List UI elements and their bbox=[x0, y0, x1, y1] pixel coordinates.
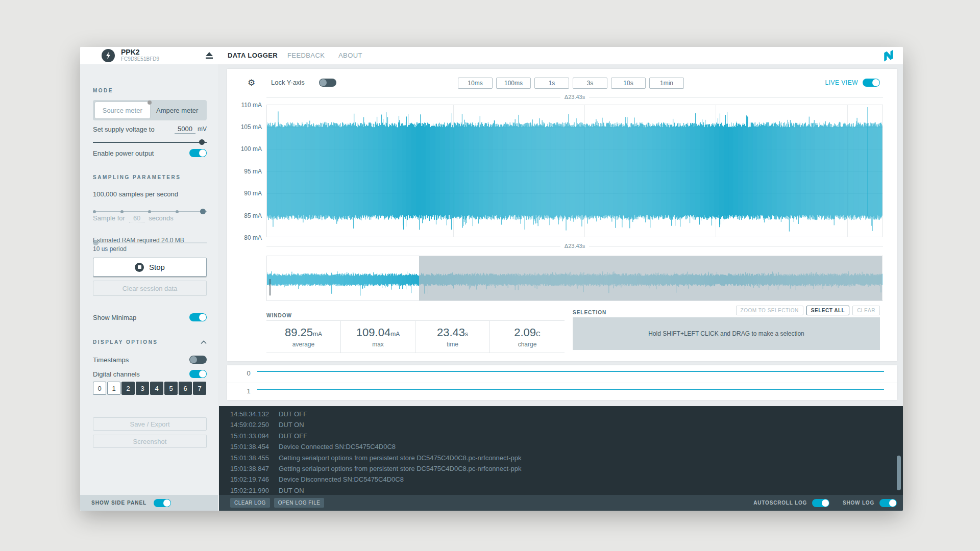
stat-value: 109.04 bbox=[356, 326, 390, 339]
show-log-label: SHOW LOG bbox=[843, 500, 874, 506]
autoscroll-log-toggle[interactable] bbox=[812, 499, 829, 507]
header: PPK2 FC9D3E51BFD9 DATA LOGGER FEEDBACK A… bbox=[80, 47, 903, 64]
eject-device-icon[interactable] bbox=[204, 51, 214, 61]
stat-label: time bbox=[447, 341, 458, 348]
clear-session-button[interactable]: Clear session data bbox=[93, 281, 207, 296]
zoom-to-selection-button[interactable]: ZOOM TO SELECTION bbox=[736, 306, 803, 315]
chevron-up-icon[interactable] bbox=[201, 340, 207, 344]
ram-estimate-label: Estimated RAM required 24.0 MB bbox=[93, 237, 207, 244]
toggle-knob bbox=[199, 314, 206, 321]
supply-voltage-slider[interactable] bbox=[93, 139, 207, 146]
time-window-buttons: 10ms 100ms 1s 3s 10s 1min bbox=[458, 78, 684, 89]
supply-voltage-input[interactable]: 5000 bbox=[175, 125, 195, 134]
toggle-knob bbox=[822, 499, 829, 507]
power-output-toggle[interactable] bbox=[189, 149, 207, 157]
y-tick: 80 mA bbox=[227, 234, 262, 241]
tab-feedback[interactable]: FEEDBACK bbox=[287, 47, 325, 64]
toggle-knob bbox=[889, 499, 896, 507]
log-message: Device Connected SN:DC5475C4D0C8 bbox=[279, 441, 396, 452]
digital-channels-label: Digital channels bbox=[93, 370, 140, 378]
live-view-label: LIVE VIEW bbox=[825, 79, 858, 86]
channel-chip-4[interactable]: 4 bbox=[150, 382, 163, 395]
window-10ms-button[interactable]: 10ms bbox=[458, 78, 493, 89]
clear-log-button[interactable]: CLEAR LOG bbox=[230, 498, 270, 508]
clear-selection-button[interactable]: CLEAR bbox=[852, 306, 880, 315]
screenshot-label: Screenshot bbox=[133, 438, 167, 445]
stop-icon bbox=[135, 263, 144, 272]
channel-chip-6[interactable]: 6 bbox=[179, 382, 192, 395]
toggle-knob bbox=[199, 149, 206, 157]
clear-session-label: Clear session data bbox=[122, 285, 178, 292]
stat-value: 2.09 bbox=[514, 326, 536, 339]
log-row: 15:01:38.847Getting serialport options f… bbox=[230, 463, 903, 474]
chart-settings-gear-icon[interactable]: ⚙ bbox=[248, 77, 255, 88]
screenshot-button[interactable]: Screenshot bbox=[93, 435, 207, 448]
channel-chip-0[interactable]: 0 bbox=[93, 382, 106, 395]
minimap-viewport-overlay[interactable] bbox=[419, 256, 882, 300]
log-time: 15:01:38.455 bbox=[230, 453, 279, 463]
mode-ampere-meter[interactable]: Ampere meter bbox=[150, 102, 205, 118]
lock-y-axis-toggle[interactable] bbox=[319, 79, 336, 87]
mode-segmented-control: Source meter Ampere meter bbox=[93, 100, 207, 120]
current-chart-plot[interactable] bbox=[266, 105, 883, 237]
log-time: 15:01:38.847 bbox=[230, 463, 279, 474]
channel-chip-3[interactable]: 3 bbox=[136, 382, 149, 395]
power-output-label: Enable power output bbox=[93, 149, 154, 157]
timestamps-toggle[interactable] bbox=[189, 356, 207, 364]
show-side-panel-bar: SHOW SIDE PANEL bbox=[80, 495, 218, 511]
stat-charge: 2.09C charge bbox=[490, 321, 565, 353]
log-scrollbar[interactable] bbox=[897, 456, 901, 490]
digital-channels-row: Digital channels bbox=[93, 370, 207, 378]
show-minimap-toggle[interactable] bbox=[189, 313, 207, 321]
digital-channels-toggle[interactable] bbox=[189, 370, 207, 378]
channel-chip-2[interactable]: 2 bbox=[121, 382, 135, 395]
supply-voltage-label: Set supply voltage to bbox=[93, 126, 155, 133]
log-panel: 14:58:34.132DUT OFF 14:59:02.250DUT ON 1… bbox=[219, 406, 903, 511]
digital-channel-number: 1 bbox=[242, 383, 255, 399]
tab-data-logger[interactable]: DATA LOGGER bbox=[228, 47, 278, 64]
log-time: 15:02:21.990 bbox=[230, 485, 279, 495]
sample-rate-label: 100,000 samples per second bbox=[93, 190, 207, 198]
log-row: 14:58:34.132DUT OFF bbox=[230, 409, 903, 419]
log-time: 15:01:33.094 bbox=[230, 431, 279, 441]
window-3s-button[interactable]: 3s bbox=[573, 78, 607, 89]
log-time: 14:58:34.132 bbox=[230, 409, 279, 419]
log-entries: 14:58:34.132DUT OFF 14:59:02.250DUT ON 1… bbox=[219, 406, 903, 495]
display-options-row[interactable]: DISPLAY OPTIONS bbox=[93, 339, 207, 345]
autoscroll-log-label: AUTOSCROLL LOG bbox=[753, 500, 807, 506]
device-bolt-icon bbox=[102, 49, 115, 62]
slider-handle[interactable] bbox=[199, 139, 205, 145]
toggle-knob bbox=[872, 79, 879, 86]
mode-source-meter[interactable]: Source meter bbox=[95, 102, 150, 118]
show-minimap-label: Show Minimap bbox=[93, 314, 136, 321]
window-stats-cells: 89.25mA average 109.04mA max 23.43s time… bbox=[266, 320, 565, 353]
y-tick: 100 mA bbox=[227, 145, 262, 153]
sample-for-input[interactable]: 60 bbox=[129, 214, 144, 222]
display-options-heading: DISPLAY OPTIONS bbox=[93, 339, 158, 345]
channel-chip-5[interactable]: 5 bbox=[164, 382, 178, 395]
toggle-knob bbox=[320, 79, 327, 86]
stop-button[interactable]: Stop bbox=[93, 258, 207, 277]
channel-chip-7[interactable]: 7 bbox=[193, 382, 206, 395]
slider-handle[interactable] bbox=[200, 209, 206, 214]
log-message: DUT OFF bbox=[279, 409, 307, 419]
current-waveform bbox=[267, 105, 883, 237]
tab-about[interactable]: ABOUT bbox=[338, 47, 362, 64]
stat-label: max bbox=[372, 341, 384, 348]
stat-unit: s bbox=[465, 331, 468, 338]
save-export-button[interactable]: Save / Export bbox=[93, 417, 207, 431]
open-log-file-button[interactable]: OPEN LOG FILE bbox=[274, 498, 325, 508]
show-log-toggle[interactable] bbox=[879, 499, 897, 507]
timestamps-label: Timestamps bbox=[93, 356, 129, 364]
window-1min-button[interactable]: 1min bbox=[649, 78, 684, 89]
show-side-panel-toggle[interactable] bbox=[154, 499, 171, 507]
select-all-button[interactable]: SELECT ALL bbox=[806, 306, 849, 315]
channel-chip-1[interactable]: 1 bbox=[107, 382, 120, 395]
window-1s-button[interactable]: 1s bbox=[534, 78, 569, 89]
stat-unit: mA bbox=[313, 331, 322, 338]
live-view-toggle[interactable] bbox=[863, 79, 880, 87]
y-tick: 110 mA bbox=[227, 102, 262, 109]
window-100ms-button[interactable]: 100ms bbox=[496, 78, 531, 89]
minimap[interactable] bbox=[266, 256, 883, 301]
window-10s-button[interactable]: 10s bbox=[611, 78, 646, 89]
